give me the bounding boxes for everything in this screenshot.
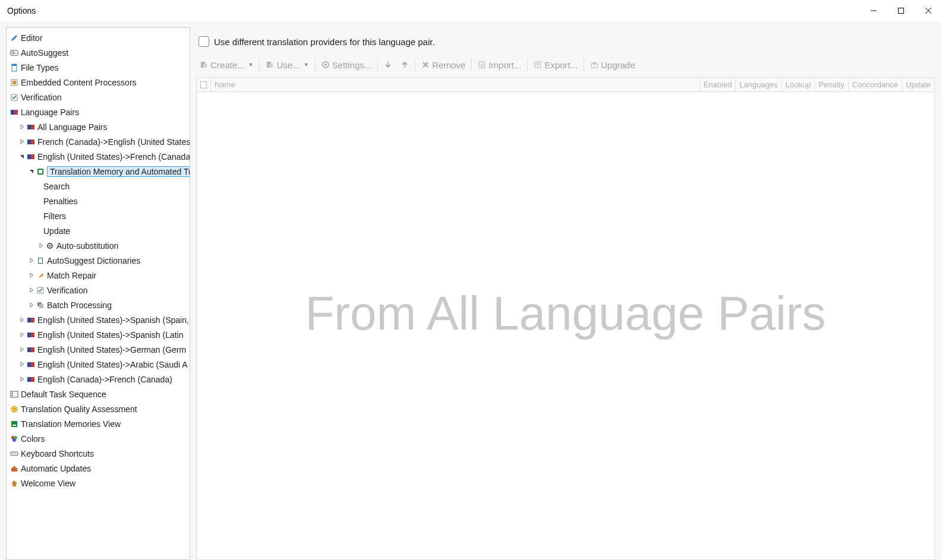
settings-button[interactable]: Settings... bbox=[318, 56, 376, 74]
remove-button[interactable]: Remove bbox=[418, 56, 469, 74]
tree-item-label: English (Canada)->French (Canada) bbox=[37, 375, 172, 384]
grid-header-concordance[interactable]: Concordance bbox=[849, 78, 902, 91]
grid-header-checkbox[interactable] bbox=[197, 78, 211, 91]
tree-item-label: Verification bbox=[47, 286, 87, 295]
use-icon bbox=[266, 61, 274, 69]
options-window: Options EditorAutoSuggestFile TypesEmbed… bbox=[0, 0, 942, 560]
expander-closed-icon[interactable] bbox=[18, 331, 26, 338]
tree-item-label: French (Canada)->English (United States) bbox=[37, 137, 190, 147]
home-icon bbox=[10, 479, 18, 488]
maximize-button[interactable] bbox=[887, 0, 915, 21]
use-button[interactable]: Use... ▼ bbox=[262, 56, 312, 74]
grid-header-enabled[interactable]: Enabled bbox=[700, 78, 736, 91]
tree-item[interactable]: Auto-substitution bbox=[7, 238, 190, 253]
tree-item-label: English (United States)->Spanish (Spain, bbox=[37, 315, 189, 325]
tree-item[interactable]: AutoSuggest Dictionaries bbox=[7, 253, 190, 268]
asdict-icon bbox=[36, 257, 45, 265]
tree-item-label: Batch Processing bbox=[47, 300, 112, 310]
tree-item[interactable]: ?Translation Quality Assessment bbox=[7, 401, 190, 416]
tree-item[interactable]: English (Canada)->French (Canada) bbox=[7, 372, 190, 387]
tree-item[interactable]: Embedded Content Processors bbox=[7, 75, 190, 90]
verify-icon bbox=[10, 93, 18, 102]
tree-item[interactable]: Default Task Sequence bbox=[7, 387, 190, 401]
create-icon bbox=[200, 61, 208, 69]
tree-item[interactable]: Colors bbox=[7, 431, 190, 446]
tree-item-label: Penalties bbox=[43, 197, 78, 206]
expander-open-icon[interactable] bbox=[18, 153, 26, 160]
tree-item[interactable]: English (United States)->German (Germ bbox=[7, 342, 190, 357]
langpair-icon bbox=[27, 331, 35, 339]
svg-rect-16 bbox=[27, 140, 31, 144]
tree-item[interactable]: Match Repair bbox=[7, 268, 190, 283]
svg-rect-45 bbox=[12, 425, 16, 426]
expander-closed-icon[interactable] bbox=[18, 376, 26, 383]
grid-header-update[interactable]: Update bbox=[902, 78, 934, 91]
expander-open-icon[interactable] bbox=[28, 168, 35, 175]
tree-item[interactable]: Filters bbox=[7, 208, 190, 223]
tree-item[interactable]: English (United States)->Arabic (Saudi A bbox=[7, 357, 190, 372]
sidebar-tree[interactable]: EditorAutoSuggestFile TypesEmbedded Cont… bbox=[6, 27, 190, 560]
tree-item[interactable]: English (United States)->French (Canada) bbox=[7, 149, 190, 164]
tree-item[interactable]: Verification bbox=[7, 90, 190, 105]
create-button[interactable]: Create... ▼ bbox=[196, 56, 257, 74]
grid-header-lookup[interactable]: Lookup bbox=[782, 78, 815, 91]
use-different-providers-row[interactable]: Use different translation providers for … bbox=[199, 32, 936, 51]
tree-item[interactable]: Keyboard Shortcuts bbox=[7, 446, 190, 461]
tree-item-label: Language Pairs bbox=[21, 107, 79, 117]
close-button[interactable] bbox=[915, 0, 942, 21]
tree-item[interactable]: AutoSuggest bbox=[7, 45, 190, 60]
svg-rect-51 bbox=[13, 453, 14, 454]
tree-item[interactable]: Editor bbox=[7, 30, 190, 45]
upgrade-icon bbox=[590, 61, 598, 69]
expander-closed-icon[interactable] bbox=[18, 346, 26, 353]
svg-rect-56 bbox=[203, 64, 207, 68]
svg-rect-6 bbox=[12, 53, 15, 53]
expander-closed-icon[interactable] bbox=[18, 361, 26, 368]
export-button[interactable]: Export... bbox=[530, 56, 581, 74]
grid-header-languages[interactable]: Languages bbox=[736, 78, 782, 91]
expander-closed-icon[interactable] bbox=[28, 302, 35, 309]
tree-item[interactable]: Search bbox=[7, 179, 190, 194]
keyboard-icon bbox=[10, 450, 18, 458]
langpair-icon bbox=[27, 316, 35, 324]
import-button[interactable]: Import... bbox=[474, 56, 525, 74]
tree-item[interactable]: Verification bbox=[7, 283, 190, 298]
grid-header-penalty[interactable]: Penalty bbox=[815, 78, 848, 91]
expander-closed-icon[interactable] bbox=[28, 272, 35, 279]
svg-rect-13 bbox=[14, 110, 18, 115]
expander-closed-icon[interactable] bbox=[28, 257, 35, 264]
toolbar: Create... ▼ Use... ▼ Settings... bbox=[196, 55, 936, 75]
grid-header-name[interactable]: Name bbox=[211, 78, 700, 91]
tree-item[interactable]: Penalties bbox=[7, 194, 190, 208]
svg-rect-31 bbox=[27, 333, 31, 337]
tree-item[interactable]: Automatic Updates bbox=[7, 461, 190, 476]
move-up-button[interactable] bbox=[397, 56, 412, 74]
tree-item[interactable]: All Language Pairs bbox=[7, 119, 190, 134]
tree-item[interactable]: French (Canada)->English (United States) bbox=[7, 134, 190, 149]
providers-grid: Name Enabled Languages Lookup Penalty Co… bbox=[196, 77, 935, 560]
tree-item[interactable]: Language Pairs bbox=[7, 105, 190, 119]
tree-item[interactable]: English (United States)->Spanish (Spain, bbox=[7, 312, 190, 327]
minimize-button[interactable] bbox=[860, 0, 887, 21]
tree-item[interactable]: Update bbox=[7, 223, 190, 238]
upgrade-button[interactable]: Upgrade bbox=[587, 56, 639, 74]
expander-closed-icon[interactable] bbox=[28, 287, 35, 294]
gear-icon bbox=[322, 61, 330, 69]
expander-closed-icon[interactable] bbox=[18, 138, 26, 145]
move-down-button[interactable] bbox=[380, 56, 396, 74]
expander-closed-icon[interactable] bbox=[37, 242, 45, 249]
expander-closed-icon[interactable] bbox=[18, 124, 26, 131]
tree-item[interactable]: English (United States)->Spanish (Latin bbox=[7, 327, 190, 342]
svg-rect-25 bbox=[39, 258, 42, 263]
expander-closed-icon[interactable] bbox=[18, 317, 26, 324]
tree-item[interactable]: Welcome View bbox=[7, 476, 190, 491]
tree-item[interactable]: Batch Processing bbox=[7, 298, 190, 312]
svg-point-23 bbox=[49, 245, 51, 246]
tree-item-label: Colors bbox=[21, 434, 45, 444]
tree-item[interactable]: Translation Memory and Automated Transla… bbox=[7, 164, 190, 179]
tqa-icon: ? bbox=[10, 405, 18, 413]
use-different-providers-checkbox[interactable] bbox=[199, 36, 209, 47]
tree-item[interactable]: File Types bbox=[7, 60, 190, 75]
langpair-icon bbox=[27, 346, 35, 354]
tree-item[interactable]: Translation Memories View bbox=[7, 416, 190, 431]
